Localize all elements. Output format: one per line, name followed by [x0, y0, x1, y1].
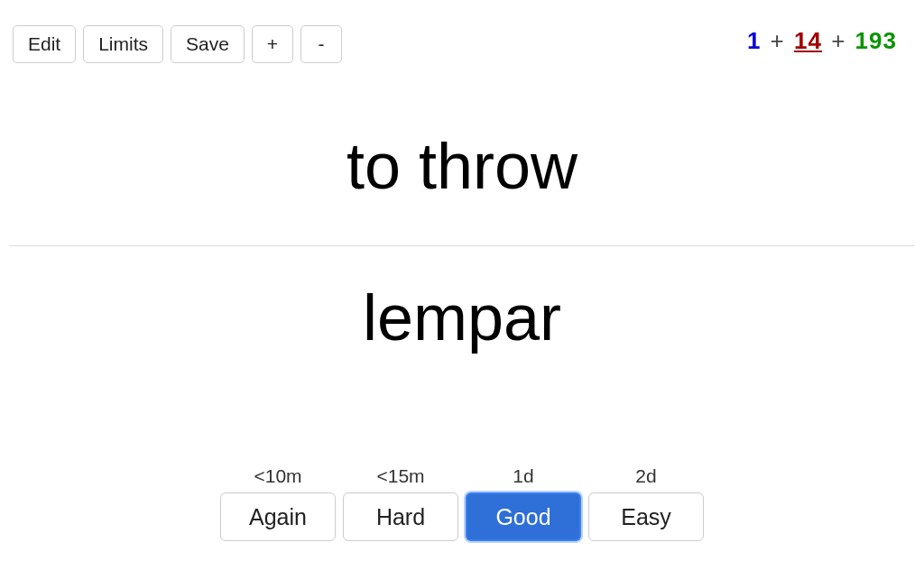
zoom-in-button[interactable]: + [252, 25, 293, 63]
card-divider [9, 245, 915, 246]
plus-separator: + [829, 27, 847, 54]
save-button[interactable]: Save [171, 25, 245, 63]
interval-hard: <15m [376, 465, 424, 487]
good-button[interactable]: Good [466, 492, 581, 541]
card-area: to throw lempar [0, 131, 924, 354]
answer-option-easy: 2d Easy [588, 465, 704, 541]
limits-button[interactable]: Limits [83, 25, 163, 63]
interval-good: 1d [513, 465, 533, 487]
interval-easy: 2d [635, 465, 656, 487]
answer-option-again: <10m Again [220, 465, 336, 541]
card-back: lempar [0, 282, 924, 354]
toolbar: Edit Limits Save + - [13, 25, 342, 63]
card-front: to throw [0, 131, 924, 202]
answer-bar: <10m Again <15m Hard 1d Good 2d Easy [0, 465, 924, 541]
again-button[interactable]: Again [220, 492, 336, 541]
plus-separator: + [769, 27, 787, 54]
zoom-out-button[interactable]: - [300, 25, 342, 63]
due-count: 193 [855, 27, 897, 54]
new-count: 1 [747, 27, 761, 54]
answer-option-hard: <15m Hard [343, 465, 458, 541]
hard-button[interactable]: Hard [343, 492, 458, 541]
interval-again: <10m [254, 465, 301, 487]
answer-option-good: 1d Good [466, 465, 581, 541]
card-counts: 1 + 14 + 193 [747, 27, 897, 55]
learning-count: 14 [794, 27, 822, 54]
edit-button[interactable]: Edit [13, 25, 76, 63]
easy-button[interactable]: Easy [588, 492, 704, 541]
